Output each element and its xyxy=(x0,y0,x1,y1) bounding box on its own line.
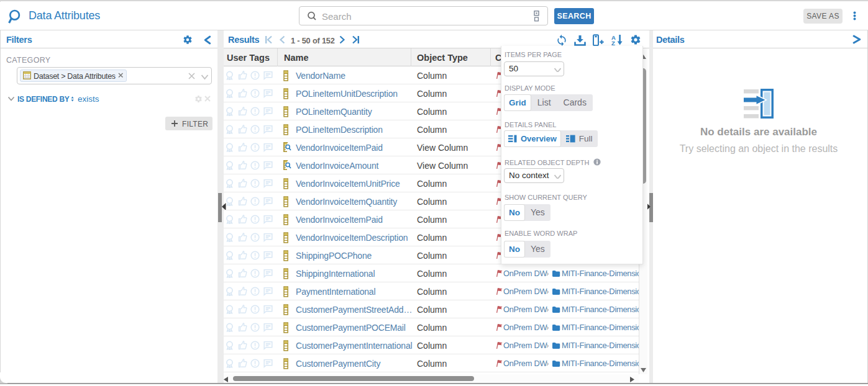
svg-text:Z: Z xyxy=(611,40,615,46)
